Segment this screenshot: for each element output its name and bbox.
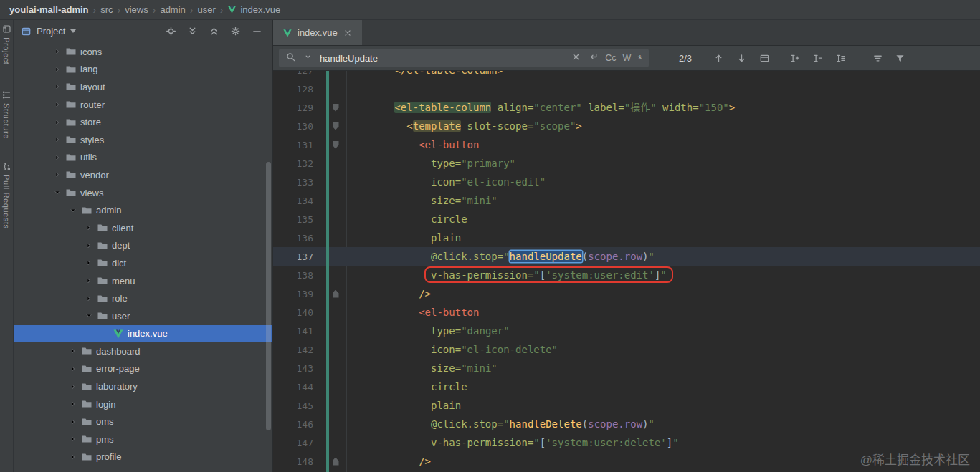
prev-occurrence-icon[interactable] bbox=[713, 53, 724, 64]
match-case-toggle[interactable]: Cc bbox=[605, 53, 616, 63]
code-text[interactable]: circle bbox=[346, 210, 980, 228]
regex-toggle[interactable]: * bbox=[637, 57, 642, 63]
code-text[interactable]: circle bbox=[346, 377, 980, 396]
chevron-right-icon[interactable] bbox=[52, 170, 62, 179]
code-line-132[interactable]: 132 type="primary" bbox=[273, 154, 980, 173]
line-number[interactable]: 145 bbox=[273, 400, 325, 411]
tree-item-icons[interactable]: icons bbox=[14, 43, 272, 61]
code-line-143[interactable]: 143 size="mini" bbox=[273, 359, 980, 377]
chevron-down-icon[interactable] bbox=[84, 312, 93, 320]
close-icon[interactable] bbox=[343, 28, 353, 38]
tree-item-admin[interactable]: admin bbox=[14, 201, 272, 219]
code-line-133[interactable]: 133 icon="el-icon-edit" bbox=[273, 173, 980, 191]
breadcrumb-item-views[interactable]: views bbox=[123, 4, 151, 15]
line-number[interactable]: 128 bbox=[273, 84, 325, 95]
code-text[interactable]: plain bbox=[346, 396, 980, 415]
tree-item-dashboard[interactable]: dashboard bbox=[14, 342, 272, 360]
chevron-right-icon[interactable] bbox=[52, 82, 62, 91]
chevron-right-icon[interactable] bbox=[68, 382, 77, 391]
code-text[interactable]: v-has-permission="['system:user:edit']" bbox=[346, 266, 980, 284]
line-number[interactable]: 134 bbox=[273, 196, 325, 206]
code-line-135[interactable]: 135 circle bbox=[273, 210, 980, 228]
code-line-141[interactable]: 141 type="danger" bbox=[273, 322, 980, 340]
line-number[interactable]: 142 bbox=[273, 345, 325, 355]
chevron-right-icon[interactable] bbox=[68, 347, 77, 355]
tree-item-styles[interactable]: styles bbox=[14, 131, 272, 149]
code-area[interactable]: 127 </el-table-column>128129 <el-table-c… bbox=[273, 71, 980, 472]
code-text[interactable]: @click.stop="handleDelete(scope.row)" bbox=[346, 415, 980, 433]
code-text[interactable]: type="primary" bbox=[346, 154, 980, 173]
line-number[interactable]: 133 bbox=[273, 177, 325, 188]
line-number[interactable]: 147 bbox=[273, 438, 325, 448]
chevron-right-icon[interactable] bbox=[84, 241, 93, 250]
file-mask-filter-icon[interactable] bbox=[895, 53, 905, 64]
chevron-right-icon[interactable] bbox=[84, 276, 93, 285]
line-number[interactable]: 132 bbox=[273, 158, 325, 169]
code-text[interactable]: icon="el-icon-edit" bbox=[346, 173, 980, 191]
line-number[interactable]: 143 bbox=[273, 363, 325, 374]
select-all-occurrences-icon[interactable] bbox=[835, 53, 846, 64]
line-number[interactable]: 144 bbox=[273, 382, 325, 392]
code-line-138[interactable]: 138 v-has-permission="['system:user:edit… bbox=[273, 266, 980, 284]
code-line-137[interactable]: 137 @click.stop="handleUpdate(scope.row)… bbox=[273, 247, 980, 266]
tree-item-pms[interactable]: pms bbox=[14, 430, 272, 448]
tree-item-dict[interactable]: dict bbox=[14, 254, 272, 272]
breadcrumb-item-src[interactable]: src bbox=[98, 4, 115, 15]
line-number[interactable]: 135 bbox=[273, 214, 325, 225]
line-number[interactable]: 138 bbox=[273, 270, 325, 281]
words-toggle[interactable]: W bbox=[623, 53, 632, 63]
code-line-128[interactable]: 128 bbox=[273, 80, 980, 98]
settings-icon[interactable] bbox=[230, 26, 241, 37]
code-line-127[interactable]: 127 </el-table-column> bbox=[273, 71, 980, 80]
code-text[interactable]: type="danger" bbox=[346, 322, 980, 340]
code-text[interactable]: <template slot-scope="scope"> bbox=[346, 117, 980, 135]
code-text[interactable]: size="mini" bbox=[346, 191, 980, 210]
find-query-text[interactable]: handleUpdate bbox=[320, 53, 378, 64]
chevron-right-icon[interactable] bbox=[52, 100, 62, 109]
line-number[interactable]: 148 bbox=[273, 456, 325, 467]
line-number[interactable]: 137 bbox=[273, 251, 325, 262]
chevron-right-icon[interactable] bbox=[52, 153, 62, 162]
search-options-chevron-icon[interactable] bbox=[303, 52, 313, 62]
tree-item-laboratory[interactable]: laboratory bbox=[14, 377, 272, 395]
chevron-down-icon[interactable] bbox=[68, 206, 77, 215]
project-panel-title[interactable]: Project bbox=[37, 26, 65, 37]
code-line-131[interactable]: 131 <el-button bbox=[273, 135, 980, 154]
line-number[interactable]: 131 bbox=[273, 140, 325, 150]
newline-icon[interactable] bbox=[588, 52, 599, 62]
locate-icon[interactable] bbox=[166, 26, 176, 37]
breadcrumb-item-index-vue[interactable]: index.vue bbox=[225, 4, 282, 15]
line-number[interactable]: 146 bbox=[273, 419, 325, 430]
breadcrumb-item-user[interactable]: user bbox=[196, 4, 218, 15]
code-line-129[interactable]: 129 <el-table-column align="center" labe… bbox=[273, 98, 980, 117]
tree-item-login[interactable]: login bbox=[14, 395, 272, 413]
code-line-134[interactable]: 134 size="mini" bbox=[273, 191, 980, 210]
expand-all-icon[interactable] bbox=[209, 26, 219, 37]
chevron-right-icon[interactable] bbox=[52, 135, 62, 144]
tree-item-client[interactable]: client bbox=[14, 219, 272, 237]
code-text[interactable] bbox=[346, 80, 980, 98]
chevron-right-icon[interactable] bbox=[68, 453, 77, 461]
collapse-all-icon[interactable] bbox=[187, 26, 198, 37]
tool-window-button-structure[interactable]: Structure bbox=[2, 90, 11, 139]
tree-item-dept[interactable]: dept bbox=[14, 237, 272, 255]
next-occurrence-icon[interactable] bbox=[736, 53, 747, 64]
code-line-142[interactable]: 142 icon="el-icon-delete" bbox=[273, 340, 980, 359]
chevron-right-icon[interactable] bbox=[68, 400, 77, 408]
tab-index-vue[interactable]: index.vue bbox=[273, 20, 362, 45]
tree-item-oms[interactable]: oms bbox=[14, 413, 272, 430]
chevron-right-icon[interactable] bbox=[52, 65, 62, 74]
tree-item-profile[interactable]: profile bbox=[14, 448, 272, 466]
add-occurrence-icon[interactable] bbox=[789, 53, 800, 64]
chevron-right-icon[interactable] bbox=[52, 47, 62, 56]
code-text[interactable]: <el-table-column align="center" label="操… bbox=[346, 98, 980, 117]
tree-item-error-page[interactable]: error-page bbox=[14, 360, 272, 378]
chevron-right-icon[interactable] bbox=[84, 223, 93, 232]
line-number[interactable]: 136 bbox=[273, 233, 325, 244]
remove-occurrence-icon[interactable] bbox=[812, 53, 823, 64]
tree-item-utils[interactable]: utils bbox=[14, 149, 272, 167]
code-line-140[interactable]: 140 <el-button bbox=[273, 303, 980, 322]
tree-item-menu[interactable]: menu bbox=[14, 272, 272, 290]
filter-results-icon[interactable] bbox=[872, 53, 883, 64]
line-number[interactable]: 130 bbox=[273, 121, 325, 132]
